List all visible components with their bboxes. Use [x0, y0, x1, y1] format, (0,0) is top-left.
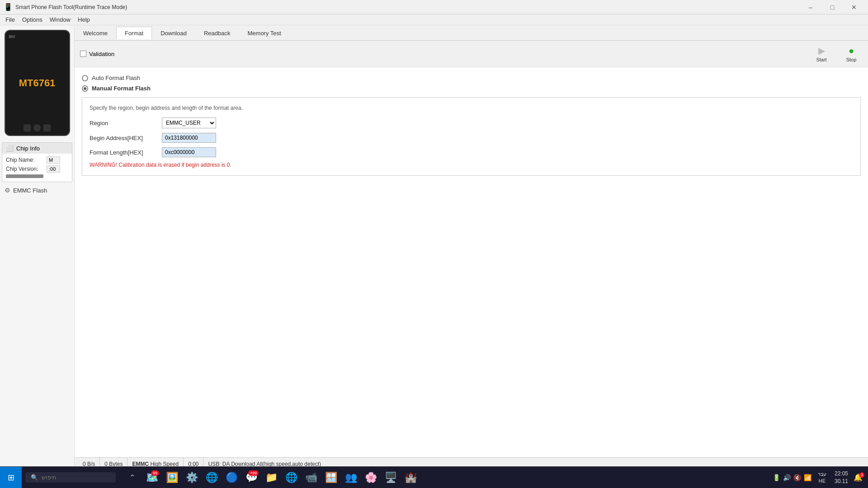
edge-icon: 🔵 — [226, 472, 238, 483]
maps-badge: 99 — [151, 470, 159, 476]
tab-memory-test[interactable]: Memory Test — [239, 27, 290, 39]
windows-icon: ⊞ — [8, 473, 14, 483]
content-area: Welcome Format Download Readback Memory … — [75, 25, 868, 470]
begin-address-input[interactable] — [162, 133, 216, 143]
battery-icon: 🔋 — [773, 474, 780, 481]
chip-progress — [6, 174, 43, 178]
taskbar-search-icon: 🔍 — [31, 474, 38, 481]
taskbar-search-input[interactable] — [42, 474, 96, 481]
menu-help[interactable]: Help — [74, 15, 94, 24]
manual-format-radio[interactable] — [82, 85, 88, 92]
taskbar-photos[interactable]: 🖼️ — [163, 469, 181, 487]
emmc-flash-item[interactable]: ⚙ EMMC Flash — [0, 184, 74, 197]
manual-format-panel: Specify the region, begin address and le… — [82, 97, 861, 176]
wifi-icon: 📶 — [804, 474, 811, 481]
taskbar-time-value: 22:05 — [835, 470, 848, 478]
taskbar-search-box[interactable]: 🔍 — [25, 472, 116, 483]
validation-checkbox[interactable] — [80, 51, 86, 57]
chrome-icon: 🌐 — [206, 472, 218, 483]
validation-label: Validation — [89, 51, 114, 57]
taskbar-app11[interactable]: 🌸 — [362, 469, 380, 487]
app3-icon: ⚙️ — [186, 472, 198, 483]
emmc-flash-label: EMMC Flash — [13, 187, 47, 194]
tab-bar: Welcome Format Download Readback Memory … — [75, 25, 868, 41]
phone-btn-home — [33, 124, 41, 131]
taskbar-castle[interactable]: 🏰 — [401, 469, 420, 487]
taskbar-app-icons: ⌃ 🗺️ 99 🖼️ ⚙️ 🌐 🔵 💬 +99 📁 🌐 📹 — [119, 469, 423, 487]
chip-version-value: :00 — [47, 165, 60, 173]
region-label: Region — [90, 120, 162, 127]
sidebar: BM MT6761 ⬜ Chip Info Chip Name: M Chip … — [0, 25, 75, 470]
titlebar-title: Smart Phone Flash Tool(Runtime Trace Mod… — [15, 4, 127, 10]
titlebar: 📱 Smart Phone Flash Tool(Runtime Trace M… — [0, 0, 868, 14]
radio-group: Auto Format Flash Manual Format Flash — [82, 75, 861, 92]
menu-options[interactable]: Options — [19, 15, 46, 24]
chip-info-section: ⬜ Chip Info Chip Name: M Chip Version: :… — [2, 142, 72, 182]
taskbar-store[interactable]: 🪟 — [322, 469, 340, 487]
zoom-icon: 📹 — [305, 472, 317, 483]
chip-info-icon: ⬜ — [6, 145, 14, 152]
phone-buttons — [24, 124, 51, 131]
chip-info-body: Chip Name: M Chip Version: :00 — [2, 154, 72, 182]
tab-welcome[interactable]: Welcome — [75, 27, 116, 39]
manual-format-label: Manual Format Flash — [92, 85, 151, 92]
phone-display: BM MT6761 — [5, 30, 70, 136]
taskbar: ⊞ 🔍 ⌃ 🗺️ 99 🖼️ ⚙️ 🌐 🔵 💬 +99 📁 — [0, 466, 868, 488]
stop-label: Stop — [846, 57, 857, 62]
phone-model: MT6761 — [19, 77, 56, 89]
taskbar-maps[interactable]: 🗺️ 99 — [143, 469, 161, 487]
auto-format-radio[interactable] — [82, 75, 88, 81]
region-select[interactable]: EMMC_USER EMMC_BOOT1 EMMC_BOOT2 — [162, 117, 216, 128]
menu-file[interactable]: File — [2, 15, 19, 24]
taskbar-chevron[interactable]: ⌃ — [123, 469, 141, 487]
chip-name-field: Chip Name: M — [6, 156, 68, 164]
format-panel: Auto Format Flash Manual Format Flash Sp… — [75, 67, 868, 457]
panel-description: Specify the region, begin address and le… — [90, 105, 853, 111]
warning-text: WARNING! Calibration data is erased if b… — [90, 162, 853, 168]
main-layout: BM MT6761 ⬜ Chip Info Chip Name: M Chip … — [0, 25, 868, 470]
volume-mute-icon: 🔇 — [793, 474, 801, 481]
start-menu-button[interactable]: ⊞ — [0, 467, 22, 488]
menu-window[interactable]: Window — [46, 15, 74, 24]
desktop-icon: 🖥️ — [385, 472, 397, 483]
chip-info-label: Chip Info — [16, 145, 40, 152]
taskbar-clock[interactable]: 22:05 30.11 — [833, 468, 850, 487]
chip-info-header[interactable]: ⬜ Chip Info — [2, 143, 72, 154]
manual-format-option[interactable]: Manual Format Flash — [82, 85, 861, 92]
castle-icon: 🏰 — [405, 472, 417, 483]
stop-icon: ● — [849, 46, 854, 56]
taskbar-app3[interactable]: ⚙️ — [183, 469, 201, 487]
taskbar-chrome2[interactable]: 🌐 — [282, 469, 300, 487]
auto-format-label: Auto Format Flash — [92, 75, 140, 81]
format-length-input[interactable] — [162, 147, 216, 157]
whatsapp-badge: +99 — [248, 470, 259, 476]
toolbar-left: Validation — [80, 51, 803, 57]
phone-btn-back — [24, 124, 31, 131]
start-button[interactable]: ▶ Start — [810, 43, 833, 64]
taskbar-desktop[interactable]: 🖥️ — [382, 469, 400, 487]
volume-icon: 🔊 — [783, 474, 791, 481]
taskbar-zoom[interactable]: 📹 — [302, 469, 320, 487]
tab-format[interactable]: Format — [116, 27, 152, 39]
gear-icon: ⚙ — [5, 187, 10, 194]
stop-button[interactable]: ● Stop — [840, 44, 863, 64]
auto-format-option[interactable]: Auto Format Flash — [82, 75, 861, 81]
minimize-button[interactable]: – — [800, 0, 821, 14]
taskbar-teams[interactable]: 👥 — [342, 469, 360, 487]
validation-checkbox-label[interactable]: Validation — [80, 51, 114, 57]
tab-readback[interactable]: Readback — [195, 27, 239, 39]
titlebar-controls: – □ ✕ — [800, 0, 864, 14]
notification-button[interactable]: 🔔 3 — [854, 473, 863, 482]
start-icon: ▶ — [818, 45, 825, 56]
close-button[interactable]: ✕ — [844, 0, 864, 14]
taskbar-chrome[interactable]: 🌐 — [203, 469, 221, 487]
maximize-button[interactable]: □ — [822, 0, 843, 14]
taskbar-edge[interactable]: 🔵 — [222, 469, 241, 487]
chevron-icon: ⌃ — [129, 473, 135, 482]
tab-download[interactable]: Download — [152, 27, 195, 39]
taskbar-language[interactable]: עברHE — [815, 470, 829, 485]
explorer-icon: 📁 — [265, 472, 278, 483]
taskbar-explorer[interactable]: 📁 — [262, 469, 280, 487]
notification-badge: 3 — [859, 472, 864, 478]
taskbar-whatsapp[interactable]: 💬 +99 — [242, 469, 260, 487]
